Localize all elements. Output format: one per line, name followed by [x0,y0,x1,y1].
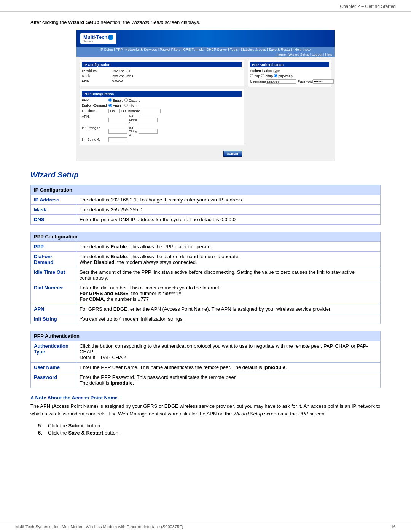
dial-number-desc-row: Dial Number Enter the dial number. This … [31,283,381,304]
note-header: A Note About the Access Point Name [30,395,381,401]
init-string2-input-row: InitString2: [108,126,158,136]
mt-logo-sub: Systems [83,40,94,43]
ip-address-value: 192.168.2.1 [112,69,131,73]
ip-config-section-row: IP Configuration [31,185,381,195]
nav-items: IP Setup | PPP | Networks & Services | P… [100,48,311,51]
auth-type-field-name: AuthenticationType [31,341,76,363]
step-list: 5. Click the Submit button. 6. Click the… [38,423,381,436]
init-string-1-input[interactable] [139,118,158,122]
intro-text-middle: selection, the [99,19,131,25]
apn-row: APN: InitString1: [82,115,242,125]
user-name-field-desc: Enter the PPP User Name. This name authe… [76,363,381,372]
init-string-2-sublabel: InitString2: [129,126,137,136]
mask-field-desc: The default is 255.255.255.0 [76,205,381,215]
submit-button[interactable]: SUBMIT [223,151,242,157]
idle-timeout-field-name: Idle Time Out [31,267,76,283]
dial-number-field-name: Dial Number [31,283,76,304]
ppp-config-header: PPP Configuration [82,91,242,97]
mask-value: 255.255.255.0 [112,74,134,78]
mt-left-column: IP Configuration IP Address 192.168.2.1 … [80,60,244,158]
ppp-auth-section-header: PPP Authentication [31,331,381,341]
step-6: 6. Click the Save & Restart button. [38,430,381,436]
apn-field-name: APN [31,304,76,314]
ppp-auth-header: PPP Authentication [250,62,329,67]
init-string-field-desc: You can set up to 4 modem initialization… [76,314,381,324]
mask-row: Mask 255.255.255.0 [82,74,242,78]
init-string-desc-row: Init String You can set up to 4 modem in… [31,314,381,324]
idle-timeout-label: Idle time out [82,109,108,113]
mt-right-column: PPP Authentication Authentication Type p… [248,60,331,158]
chap-label: chap [266,74,273,78]
apn-field-desc: For GPRS and EDGE, enter the APN (Access… [76,304,381,314]
init-string-1-sublabel: InitString1: [129,115,137,125]
mask-desc-row: Mask The default is 255.255.255.0 [31,205,381,215]
dial-number-input[interactable] [142,109,161,113]
ip-address-row: IP Address 192.168.2.1 [82,69,242,73]
ip-config-section-header: IP Configuration [31,185,381,195]
auth-type-row: Authentication Type [250,69,329,73]
idle-timeout-input[interactable] [108,109,120,113]
pap-chap-radio[interactable] [274,74,277,77]
password-desc-row: Password Enter the PPP Password. This pa… [31,372,381,388]
ppp-field-name: PPP [31,242,76,252]
auth-type-label: Authentication Type [250,69,280,73]
dns-desc-row: DNS Enter the primary DNS IP address for… [31,215,381,225]
mt-nav-bar: IP Setup | PPP | Networks & Services | P… [76,47,335,52]
dial-demand-label: Dial-on-Demand [82,104,108,107]
ppp-disable-radio[interactable] [124,98,128,102]
auth-type-radios: pap chap pap-chap [250,74,329,78]
pap-chap-label: pap-chap [278,74,293,78]
chap-radio[interactable] [261,74,264,77]
init-string-2-input[interactable] [108,129,127,134]
step-6-num: 6. [38,430,46,436]
mt-logo-circle [108,35,113,40]
step-5-text: Click the Submit button. [48,423,102,428]
user-name-desc-row: User Name Enter the PPP User Name. This … [31,363,381,372]
ip-address-label: IP Address [82,69,112,73]
password-input[interactable] [313,79,334,84]
dial-disable-radio[interactable] [124,104,128,107]
intro-text-after: screen displays. [163,19,200,25]
apn-input[interactable] [108,118,127,122]
idle-timeout-right: Dial number [108,109,161,113]
username-row: Username Password [250,79,329,84]
dns-label: DNS [82,79,112,83]
footer-page-number: 16 [391,524,396,529]
init-string4-row: Init String 4: [82,137,242,142]
dns-row: DNS 0.0.0.0 [82,79,242,83]
ppp-enable-radio[interactable] [108,98,112,102]
intro-wizard-bold: Wizard Setup [68,19,99,25]
main-content: After clicking the Wizard Setup selectio… [0,12,411,460]
pap-radio[interactable] [250,74,253,77]
dial-demand-row: Dial-on-Demand Enable Disable [82,104,242,108]
ppp-disable-label: Disable [129,99,140,102]
idle-timeout-input-row: Dial number [108,109,161,113]
apn-input-row: InitString1: [108,115,158,125]
ppp-config-box: PPP Configuration PPP Enable Disable Dia… [80,89,244,145]
init-string-2b-input[interactable] [139,129,158,134]
auth-type-field-desc: Click the button corresponding to the au… [76,341,381,363]
init-string-4-input[interactable] [108,137,127,142]
init-string-field-name: Init String [31,314,76,324]
dial-enable-radio[interactable] [108,104,112,107]
submit-row: SUBMIT [80,149,244,158]
ip-address-desc-row: IP Address The default is 192.168.2.1. T… [31,195,381,205]
ip-config-box: IP Configuration IP Address 192.168.2.1 … [80,60,244,86]
user-name-field-name: User Name [31,363,76,372]
ppp-row: PPP Enable Disable [82,98,242,102]
dial-number-sublabel: Dial number [121,109,140,113]
mask-label: Mask [82,74,112,78]
apn-label: APN: [82,115,108,118]
step-5: 5. Click the Submit button. [38,423,381,428]
apn-right: InitString1: [108,115,158,125]
ppp-label: PPP [82,98,108,102]
init-string4-label: Init String 4: [82,137,108,141]
ppp-config-section-row: PPP Configuration [31,232,381,242]
password-field-name: Password [31,372,76,388]
username-input[interactable] [266,79,296,84]
intro-text-before: After clicking the [30,19,68,25]
dial-enable-label: Enable [113,104,124,108]
ppp-auth-section-row: PPP Authentication [31,331,381,341]
ip-config-header: IP Configuration [82,62,242,67]
wizard-setup-title: Wizard Setup [30,171,381,179]
